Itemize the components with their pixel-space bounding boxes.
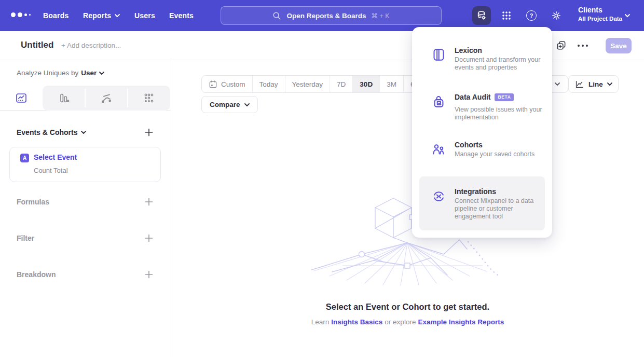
database-gear-icon <box>476 10 487 21</box>
nav-item-label: Users <box>134 0 155 31</box>
plus-icon <box>144 197 154 207</box>
plus-icon <box>144 234 154 243</box>
date-range-yesterday[interactable]: Yesterday <box>285 76 331 92</box>
add-description-field[interactable]: + Add description... <box>61 42 121 49</box>
tab-insights-selected[interactable] <box>0 86 43 111</box>
add-filter-button[interactable] <box>144 234 154 243</box>
event-series-badge: A <box>20 154 29 162</box>
events-cohorts-header[interactable]: Events & Cohorts <box>17 128 86 136</box>
count-total-label[interactable]: Count Total <box>34 167 68 174</box>
select-event-label: Select Event <box>34 153 77 161</box>
chart-type-label: Line <box>588 80 603 88</box>
chart-type-tabs <box>0 86 171 111</box>
report-title[interactable]: Untitled <box>21 40 53 50</box>
book-icon <box>432 48 446 62</box>
chevron-down-icon <box>115 14 120 17</box>
dot-grid-icon <box>143 92 155 104</box>
project-switcher[interactable]: Clients All Project Data <box>578 6 622 22</box>
settings-button[interactable] <box>547 6 566 25</box>
project-name: All Project Data <box>578 16 622 22</box>
date-range-label: 7D <box>337 80 346 88</box>
nav-item-users[interactable]: Users <box>134 0 155 31</box>
date-range-label: 30D <box>360 80 373 88</box>
insights-basics-link[interactable]: Insights Basics <box>331 318 382 326</box>
menu-item-description: Manage your saved cohorts <box>455 150 549 158</box>
chart-type-selector[interactable]: Line <box>568 75 619 93</box>
report-canvas: Custom Today Yesterday 7D 30D 3M 6M Comp… <box>171 60 644 357</box>
search-icon <box>272 11 281 20</box>
save-button[interactable]: Save <box>606 38 632 53</box>
audit-lock-icon <box>432 94 446 108</box>
search-shortcut: ⌘ + K <box>371 12 389 20</box>
ellipsis-icon <box>586 45 588 47</box>
mixpanel-logo-icon[interactable] <box>11 12 31 17</box>
calendar-icon <box>209 80 217 89</box>
date-range-7d[interactable]: 7D <box>330 76 353 92</box>
date-range-30d-selected[interactable]: 30D <box>353 76 380 92</box>
nav-item-boards[interactable]: Boards <box>43 0 68 31</box>
or-explore-text: or explore <box>385 318 416 326</box>
data-management-button[interactable] <box>472 6 491 25</box>
copy-plus-icon <box>556 40 567 51</box>
chevron-down-icon <box>244 103 250 106</box>
menu-item-title: Lexicon <box>455 46 482 54</box>
analyze-prefix-label: Analyze Uniques by <box>17 69 78 77</box>
sync-arrows-icon <box>432 189 446 203</box>
menu-item-description: View possible issues with your implement… <box>455 106 549 121</box>
tab-retention[interactable] <box>128 86 170 111</box>
add-formula-button[interactable] <box>144 197 154 207</box>
chevron-down-icon[interactable] <box>625 14 630 17</box>
nav-item-reports[interactable]: Reports <box>83 0 120 31</box>
chevron-down-icon <box>81 131 86 134</box>
menu-item-description: Document and transform your events and p… <box>455 56 541 72</box>
add-event-button[interactable] <box>144 128 154 137</box>
date-range-label: 3M <box>387 80 396 88</box>
chevron-down-icon <box>99 72 104 75</box>
beta-badge: BETA <box>495 93 514 101</box>
date-range-3m[interactable]: 3M <box>380 76 404 92</box>
nav-item-label: Reports <box>83 0 111 31</box>
duplicate-button[interactable] <box>556 40 567 53</box>
menu-item-title: Integrations <box>455 187 496 196</box>
line-chart-icon <box>574 79 584 89</box>
menu-item-description: Connect Mixpanel to a data pipeline or c… <box>455 197 543 221</box>
date-range-custom[interactable]: Custom <box>202 76 253 92</box>
nav-item-events[interactable]: Events <box>169 0 194 31</box>
org-name: Clients <box>578 6 622 14</box>
events-cohorts-label: Events & Cohorts <box>17 128 77 136</box>
top-navbar: Boards Reports Users Events Open Reports… <box>0 0 644 31</box>
help-button[interactable]: ? <box>522 6 541 25</box>
ellipsis-icon <box>582 45 584 47</box>
apps-grid-button[interactable] <box>497 6 516 25</box>
grid-dots-icon <box>501 10 512 21</box>
bar-chart-icon <box>58 92 70 104</box>
compare-button[interactable]: Compare <box>201 96 258 113</box>
formulas-section-label: Formulas <box>17 198 49 206</box>
analyze-uniques-selector[interactable]: Analyze Uniques by User <box>17 69 104 77</box>
menu-item-title: Cohorts <box>455 141 483 149</box>
breakdown-section-label: Breakdown <box>17 270 56 279</box>
tab-bar-chart[interactable] <box>43 86 85 111</box>
select-event-card[interactable]: A Select Event Count Total <box>9 147 161 182</box>
date-range-label: Yesterday <box>292 80 323 88</box>
add-breakdown-button[interactable] <box>144 270 154 279</box>
nav-item-label: Boards <box>43 0 68 31</box>
flows-icon <box>100 92 113 104</box>
compare-label: Compare <box>210 101 240 108</box>
filter-section-label: Filter <box>17 234 34 242</box>
global-search-input[interactable]: Open Reports & Boards ⌘ + K <box>221 6 442 25</box>
ellipsis-icon <box>578 45 580 47</box>
tab-flows[interactable] <box>85 86 127 111</box>
plus-icon <box>144 270 154 279</box>
analyze-value: User <box>81 69 97 77</box>
example-reports-link[interactable]: Example Insights Reports <box>418 318 504 326</box>
empty-state-subtext: Learn Insights Basics or explore Example… <box>171 318 644 326</box>
date-range-today[interactable]: Today <box>253 76 285 92</box>
menu-item-title: Data Audit BETA <box>455 93 514 101</box>
more-options-button[interactable] <box>578 45 588 47</box>
search-placeholder: Open Reports & Boards <box>286 12 366 20</box>
line-chart-box-icon <box>15 92 28 104</box>
people-icon <box>432 142 446 156</box>
nav-item-label: Events <box>169 0 194 31</box>
empty-state-heading: Select an Event or Cohort to get started… <box>171 302 644 312</box>
